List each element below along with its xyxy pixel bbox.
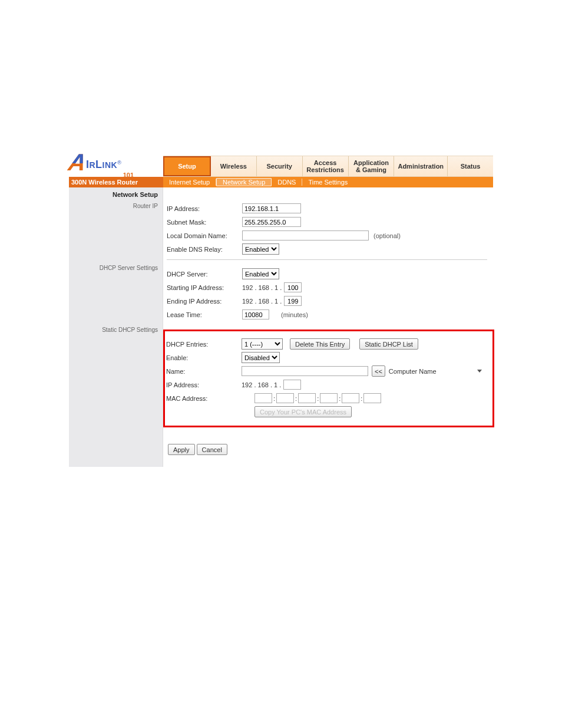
delete-entry-button[interactable]: Delete This Entry	[290, 338, 350, 350]
label-dns-relay: Enable DNS Relay:	[166, 246, 242, 253]
computer-name-label: Computer Name	[389, 368, 437, 375]
local-domain-input[interactable]	[242, 230, 369, 241]
ip-address-input[interactable]	[242, 203, 301, 213]
copy-mac-button[interactable]: Copy Your PC's MAC Address	[254, 406, 352, 417]
tab-wireless[interactable]: Wireless	[211, 156, 257, 176]
tab-security[interactable]: Security	[257, 156, 303, 176]
main-tabs: Setup Wireless Security Access Restricti…	[163, 156, 493, 177]
label-dhcp-entries: DHCP Entries:	[165, 341, 242, 348]
label-subnet-mask: Subnet Mask:	[166, 219, 242, 226]
lease-time-input[interactable]	[242, 309, 269, 319]
sidebar-dhcp-server: DHCP Server Settings	[69, 262, 163, 274]
subnet-mask-input[interactable]	[242, 217, 301, 227]
mac-oct-3[interactable]	[298, 393, 316, 403]
label-mac-address: MAC Address:	[165, 395, 242, 402]
sidebar-static-dhcp: Static DHCP Settings	[69, 324, 163, 335]
tab-administration[interactable]: Administration	[394, 156, 448, 176]
sidebar-router-ip: Router IP	[69, 200, 163, 212]
mac-oct-5[interactable]	[342, 393, 359, 403]
end-ip-octet[interactable]	[284, 296, 302, 306]
label-static-enable: Enable:	[165, 354, 242, 361]
static-ip-prefix: 192 . 168 . 1 .	[242, 381, 281, 388]
static-ip-octet[interactable]	[283, 380, 301, 390]
label-dhcp-server: DHCP Server:	[166, 271, 242, 278]
arrow-button[interactable]: <<	[372, 365, 385, 377]
mac-oct-4[interactable]	[320, 393, 338, 403]
optional-note: (optional)	[369, 232, 401, 239]
subtab-time-settings[interactable]: Time Settings	[302, 179, 353, 186]
dropdown-icon[interactable]	[477, 370, 482, 373]
label-local-domain: Local Domain Name:	[166, 232, 242, 239]
apply-button[interactable]: Apply	[168, 444, 195, 455]
dhcp-entries-select[interactable]: 1 (----)	[242, 338, 283, 350]
label-static-ip: IP Address:	[165, 381, 242, 388]
sidebar-title: Network Setup	[69, 189, 163, 200]
subtab-internet-setup[interactable]: Internet Setup	[163, 179, 216, 186]
label-ending-ip: Ending IP Address:	[166, 298, 242, 305]
label-static-name: Name:	[165, 368, 242, 375]
static-name-input[interactable]	[242, 366, 368, 376]
lease-unit: (minutes)	[269, 311, 308, 318]
brand-logo: AIRLINK® 101	[69, 150, 163, 179]
label-ip-address: IP Address:	[166, 205, 242, 212]
start-ip-octet[interactable]	[284, 282, 302, 292]
end-ip-prefix: 192 . 168 . 1 .	[242, 298, 282, 305]
subtab-ddns[interactable]: DDNS	[272, 179, 302, 186]
subtab-network-setup[interactable]: Network Setup	[216, 178, 272, 186]
label-starting-ip: Starting IP Address:	[166, 284, 242, 291]
dhcp-server-select[interactable]: Enabled	[242, 268, 279, 279]
static-enable-select[interactable]: Disabled	[242, 352, 280, 363]
mac-oct-6[interactable]	[363, 393, 381, 403]
mac-oct-2[interactable]	[276, 393, 294, 403]
static-dhcp-highlight: DHCP Entries: 1 (----) Delete This Entry…	[163, 330, 494, 427]
mac-oct-1[interactable]	[254, 393, 272, 403]
cancel-button[interactable]: Cancel	[197, 444, 227, 455]
label-lease-time: Lease Time:	[166, 311, 242, 318]
tab-access-restrictions[interactable]: Access Restrictions	[303, 156, 349, 176]
tab-setup[interactable]: Setup	[163, 156, 211, 176]
start-ip-prefix: 192 . 168 . 1 .	[242, 284, 282, 291]
static-dhcp-list-button[interactable]: Static DHCP List	[359, 338, 418, 350]
tab-app-gaming[interactable]: Application & Gaming	[349, 156, 395, 176]
dns-relay-select[interactable]: Enabled	[242, 243, 279, 255]
sidebar: Network Setup Router IP DHCP Server Sett…	[69, 187, 163, 467]
tab-status[interactable]: Status	[448, 156, 493, 176]
